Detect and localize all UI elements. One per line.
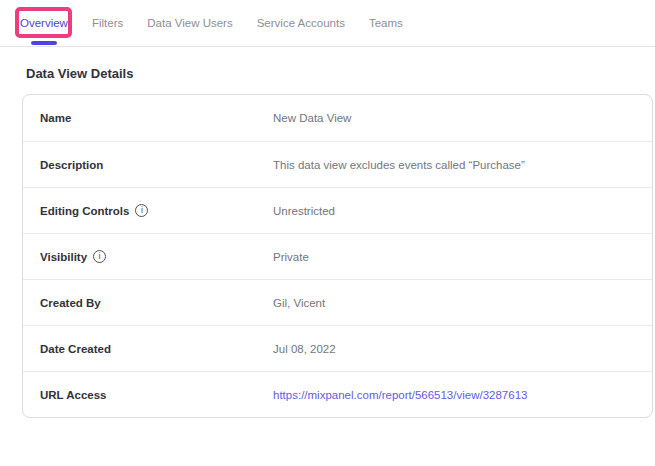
tab-overview-label: Overview [20,17,68,29]
row-label: Visibility [40,251,87,263]
section-title: Data View Details [26,66,655,82]
tab-data-view-users[interactable]: Data View Users [147,0,232,46]
row-label-cell: Name [23,112,273,124]
info-icon[interactable]: i [135,204,148,217]
tab-bar: Overview Filters Data View Users Service… [0,0,655,47]
table-row-editing-controls: Editing Controls i Unrestricted [23,187,652,233]
row-label-cell: Visibility i [23,250,273,263]
tab-service-accounts[interactable]: Service Accounts [257,0,345,46]
row-label-cell: Created By [23,297,273,309]
table-row-description: Description This data view excludes even… [23,141,652,187]
row-label: Editing Controls [40,205,129,217]
data-view-details-card: Name New Data View Description This data… [22,94,653,418]
info-icon[interactable]: i [93,250,106,263]
row-value: Unrestricted [273,205,335,217]
table-row-url-access: URL Access https://mixpanel.com/report/5… [23,371,652,417]
row-label: Name [40,112,71,124]
tab-data-view-users-label: Data View Users [147,17,232,29]
tab-teams[interactable]: Teams [369,0,403,46]
row-value: Gil, Vicent [273,297,325,309]
row-value: Private [273,251,309,263]
data-view-url-link[interactable]: https://mixpanel.com/report/566513/view/… [273,389,527,401]
row-label-cell: URL Access [23,389,273,401]
row-label: Date Created [40,343,111,355]
table-row-visibility: Visibility i Private [23,233,652,279]
row-label-cell: Description [23,159,273,171]
table-row-created-by: Created By Gil, Vicent [23,279,652,325]
row-label-cell: Editing Controls i [23,204,273,217]
row-value: This data view excludes events called “P… [273,159,525,171]
tab-filters[interactable]: Filters [92,0,123,46]
row-label: URL Access [40,389,106,401]
row-label-cell: Date Created [23,343,273,355]
tab-filters-label: Filters [92,17,123,29]
row-label: Created By [40,297,101,309]
table-row-date-created: Date Created Jul 08, 2022 [23,325,652,371]
row-value: Jul 08, 2022 [273,343,336,355]
row-label: Description [40,159,103,171]
active-tab-indicator [31,41,57,45]
table-row-name: Name New Data View [23,95,652,141]
row-value: New Data View [273,112,351,124]
tab-overview[interactable]: Overview [20,0,68,46]
tab-teams-label: Teams [369,17,403,29]
tab-service-accounts-label: Service Accounts [257,17,345,29]
